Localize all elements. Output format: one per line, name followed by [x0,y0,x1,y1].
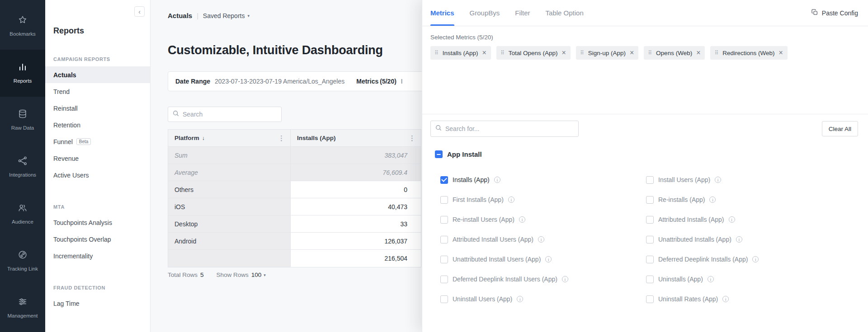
checkbox-unchecked[interactable] [646,236,654,243]
kebab-menu-icon[interactable]: ⋮ [409,134,415,142]
nav-item-tracking-link[interactable]: Tracking Link [0,238,45,285]
clear-all-button[interactable]: Clear All [822,121,858,136]
sidebar-item-actuals[interactable]: Actuals [45,66,150,83]
drag-handle-icon[interactable]: ⠿ [580,50,584,56]
remove-chip-icon[interactable]: × [630,49,634,56]
paste-config-button[interactable]: Paste Config [811,0,858,26]
checkbox-unchecked[interactable] [646,295,654,303]
info-icon[interactable]: i [519,216,525,223]
metric-option: Re-install Users (App) i [440,210,646,229]
info-icon[interactable]: i [708,276,714,282]
saved-reports-dropdown[interactable]: Saved Reports ▾ [203,12,250,19]
metric-label[interactable]: Attributed Installs (App) [658,216,724,223]
nav-item-management[interactable]: Management [0,285,45,332]
sidebar-item-reinstall[interactable]: Reinstall [45,100,150,117]
info-icon[interactable]: i [538,236,544,243]
info-icon[interactable]: i [562,276,568,282]
sidebar-item-label: Trend [53,88,70,95]
group-checkbox-indeterminate[interactable] [435,150,443,158]
tab-table-option[interactable]: Table Option [546,0,584,26]
drag-handle-icon[interactable]: ⠿ [648,50,652,56]
checkbox-unchecked[interactable] [440,216,448,224]
checkbox-unchecked[interactable] [440,196,448,204]
info-icon[interactable]: i [736,236,742,243]
metric-label[interactable]: Deferred Deeplink Install Users (App) [453,276,557,283]
metric-label[interactable]: Installs (App) [453,176,490,183]
platform-header-cell[interactable]: Platform ↓ ⋮ [168,130,290,146]
sidebar-item-touchpoints-overlap[interactable]: Touchpoints Overlap [45,231,150,248]
remove-chip-icon[interactable]: × [482,49,486,56]
remove-chip-icon[interactable]: × [562,49,566,56]
tab-filter[interactable]: Filter [515,0,530,26]
sidebar-item-incrementality[interactable]: Incrementality [45,248,150,264]
metrics-search-row: Clear All [422,114,868,137]
info-icon[interactable]: i [722,296,729,302]
search-icon [173,110,179,118]
info-icon[interactable]: i [545,256,552,262]
info-icon[interactable]: i [752,256,759,262]
date-range-label: Date Range [175,78,210,85]
checkbox-unchecked[interactable] [440,236,448,243]
drag-handle-icon[interactable]: ⠿ [500,50,505,56]
sidebar-item-retention[interactable]: Retention [45,117,150,133]
table-search-input[interactable] [183,111,277,118]
metrics-search-input[interactable] [445,125,574,132]
metric-label[interactable]: Uninstall Users (App) [453,295,512,303]
nav-item-audience[interactable]: Audience [0,191,45,238]
metric-label[interactable]: Install Users (App) [658,176,710,183]
sidebar-item-active-users[interactable]: Active Users [45,167,150,183]
platform-cell: Average [168,164,290,181]
drag-handle-icon[interactable]: ⠿ [434,50,439,56]
info-icon[interactable]: i [709,196,716,203]
metric-chip[interactable]: ⠿ Total Opens (App) × [496,46,571,60]
checkbox-unchecked[interactable] [440,295,448,303]
checkbox-unchecked[interactable] [440,276,448,283]
info-icon[interactable]: i [517,296,523,302]
metric-label[interactable]: First Installs (App) [453,196,504,203]
checkbox-unchecked[interactable] [646,216,654,224]
metric-chip[interactable]: ⠿ Sign-up (App) × [576,46,638,60]
checkbox-unchecked[interactable] [646,256,654,263]
show-rows-select[interactable]: 100 ▾ [251,271,266,278]
info-icon[interactable]: i [494,177,500,183]
installs-header-cell[interactable]: Installs (App) ⋮ [290,130,421,146]
info-icon[interactable]: i [729,216,735,223]
info-icon[interactable]: i [508,196,514,203]
metric-chip[interactable]: ⠿ Redirections (Web) × [710,46,787,60]
remove-chip-icon[interactable]: × [696,49,700,56]
metric-label[interactable]: Re-installs (App) [658,196,705,203]
metric-chip[interactable]: ⠿ Opens (Web) × [644,46,705,60]
nav-item-raw-data[interactable]: Raw Data [0,97,45,144]
sort-desc-icon[interactable]: ↓ [202,135,205,141]
nav-item-integrations[interactable]: Integrations [0,144,45,191]
info-icon[interactable]: i [715,177,721,183]
tab-metrics[interactable]: Metrics [430,0,454,26]
metric-label[interactable]: Attributed Install Users (App) [453,236,533,243]
metric-label[interactable]: Uninstalls (App) [658,276,703,283]
sidebar-item-trend[interactable]: Trend [45,83,150,100]
sidebar-item-lag-time[interactable]: Lag Time [45,295,150,312]
checkbox-unchecked[interactable] [646,176,654,184]
metric-chip[interactable]: ⠿ Installs (App) × [430,46,491,60]
checkbox-unchecked[interactable] [646,196,654,204]
nav-item-reports[interactable]: Reports [0,50,45,97]
metric-label[interactable]: Re-install Users (App) [453,216,514,223]
sidebar-item-revenue[interactable]: Revenue [45,150,150,167]
nav-item-bookmarks[interactable]: Bookmarks [0,3,45,50]
checkbox-unchecked[interactable] [646,276,654,283]
checkbox-checked[interactable] [440,176,448,184]
remove-chip-icon[interactable]: × [779,49,783,56]
bar-chart-icon [18,62,28,74]
checkbox-unchecked[interactable] [440,256,448,263]
metric-label[interactable]: Unattributed Install Users (App) [453,256,541,263]
drag-handle-icon[interactable]: ⠿ [714,50,718,56]
tab-groupbys[interactable]: GroupBys [470,0,500,26]
platform-cell: Others [168,181,290,198]
metric-label[interactable]: Uninstall Rates (App) [658,295,718,303]
metric-label[interactable]: Unattributed Installs (App) [658,236,731,243]
sidebar-collapse-button[interactable]: ‹ [134,6,145,17]
sidebar-item-funnel[interactable]: Funnel Beta [45,133,150,150]
metric-label[interactable]: Deferred Deeplink Installs (App) [658,256,748,263]
kebab-menu-icon[interactable]: ⋮ [278,134,285,142]
sidebar-item-touchpoints-analysis[interactable]: Touchpoints Analysis [45,214,150,231]
